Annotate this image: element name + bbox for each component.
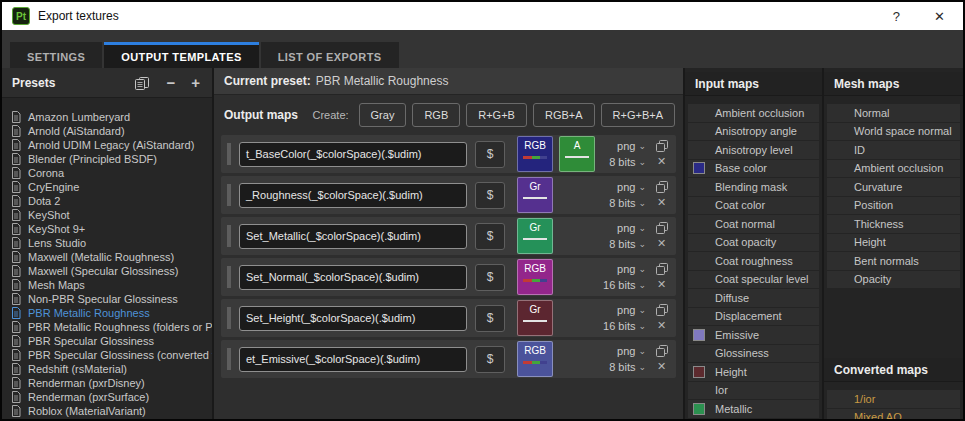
channel-chip[interactable]: Gr [517,218,553,254]
bit-depth-dropdown[interactable]: 16 bits⌄ [603,320,646,332]
tab-list-of-exports[interactable]: LIST OF EXPORTS [261,42,399,68]
bit-depth-dropdown[interactable]: 16 bits⌄ [603,279,646,291]
preset-item[interactable]: PBR Specular Glossiness [2,334,212,348]
remove-row-icon[interactable]: ✕ [655,196,668,209]
converted-map-item[interactable]: 1/ior [827,390,960,408]
input-map-item[interactable]: Height [688,363,819,381]
format-dropdown[interactable]: png⌄ [617,345,646,357]
format-dropdown[interactable]: png⌄ [617,222,646,234]
preset-item[interactable]: Lens Studio [2,236,212,250]
bit-depth-dropdown[interactable]: 8 bits⌄ [609,197,646,209]
filename-input[interactable]: t_BaseColor(_$colorSpace)(.$udim) [239,142,467,167]
duplicate-row-icon[interactable] [655,304,668,316]
input-map-item[interactable]: Diffuse [688,289,819,307]
input-map-item[interactable]: Anisotropy level [688,141,819,159]
preset-item[interactable]: KeyShot 9+ [2,222,212,236]
bit-depth-dropdown[interactable]: 8 bits⌄ [609,156,646,168]
preset-item[interactable]: Maxwell (Specular Glossiness) [2,264,212,278]
preset-item[interactable]: Corona [2,166,212,180]
create-channel-button[interactable]: R+G+B [466,103,527,127]
bit-depth-dropdown[interactable]: 8 bits⌄ [609,238,646,250]
input-map-item[interactable]: Normal [688,419,819,420]
help-icon[interactable]: ? [893,9,900,24]
tab-settings[interactable]: SETTINGS [10,42,102,68]
drag-handle-icon[interactable] [227,348,231,370]
drag-handle-icon[interactable] [227,143,231,165]
channel-chip[interactable]: Gr [517,300,553,336]
preset-item[interactable]: Amazon Lumberyard [2,110,212,124]
drag-handle-icon[interactable] [227,184,231,206]
input-map-item[interactable]: Coat normal [688,215,819,233]
mesh-map-item[interactable]: Bent normals [827,252,960,270]
add-preset-icon[interactable]: + [191,75,200,90]
preset-item[interactable]: Renderman (pxrDisney) [2,376,212,390]
variables-button[interactable]: $ [475,346,505,373]
channel-chip[interactable]: RGB [517,341,553,377]
preset-item[interactable]: CryEngine [2,180,212,194]
input-map-item[interactable]: Anisotropy angle [688,123,819,141]
input-map-item[interactable]: Base color [688,160,819,178]
input-map-item[interactable]: Coat opacity [688,234,819,252]
variables-button[interactable]: $ [475,182,505,209]
preset-item[interactable]: Roblox (MaterialVariant) [2,404,212,418]
channel-chip[interactable]: RGB [517,259,553,295]
format-dropdown[interactable]: png⌄ [617,140,646,152]
mesh-map-item[interactable]: Height [827,234,960,252]
input-map-item[interactable]: Metallic [688,400,819,418]
preset-item[interactable]: Mesh Maps [2,278,212,292]
remove-row-icon[interactable]: ✕ [655,155,668,168]
format-dropdown[interactable]: png⌄ [617,304,646,316]
preset-item[interactable]: PBR Metallic Roughness [2,306,212,320]
preset-item[interactable]: PBR Specular Glossiness (converted from.… [2,348,212,362]
input-map-item[interactable]: Coat color [688,197,819,215]
duplicate-preset-icon[interactable] [134,76,150,90]
converted-map-item[interactable]: Mixed AO [827,409,960,420]
mesh-map-item[interactable]: Position [827,197,960,215]
format-dropdown[interactable]: png⌄ [617,181,646,193]
duplicate-row-icon[interactable] [655,263,668,275]
preset-item[interactable]: Renderman (pxrSurface) [2,390,212,404]
create-channel-button[interactable]: Gray [359,103,407,127]
preset-item[interactable]: Non-PBR Specular Glossiness [2,292,212,306]
close-icon[interactable]: ✕ [934,9,945,24]
preset-item[interactable]: Arnold (AiStandard) [2,124,212,138]
variables-button[interactable]: $ [475,223,505,250]
variables-button[interactable]: $ [475,141,505,168]
filename-input[interactable]: Set_Height(_$colorSpace)(.$udim) [239,306,467,331]
preset-item[interactable]: Arnold UDIM Legacy (AiStandard) [2,138,212,152]
input-map-item[interactable]: Ambient occlusion [688,104,819,122]
mesh-map-item[interactable]: Opacity [827,271,960,289]
preset-item[interactable]: Maxwell (Metallic Roughness) [2,250,212,264]
duplicate-row-icon[interactable] [655,345,668,357]
input-map-item[interactable]: Ior [688,382,819,400]
duplicate-row-icon[interactable] [655,181,668,193]
create-channel-button[interactable]: RGB [412,103,460,127]
remove-row-icon[interactable]: ✕ [655,319,668,332]
tab-output-templates[interactable]: OUTPUT TEMPLATES [104,42,258,68]
mesh-map-item[interactable]: Ambient occlusion [827,160,960,178]
variables-button[interactable]: $ [475,264,505,291]
drag-handle-icon[interactable] [227,307,231,329]
format-dropdown[interactable]: png⌄ [617,263,646,275]
preset-item[interactable]: Dota 2 [2,194,212,208]
mesh-map-item[interactable]: Thickness [827,215,960,233]
variables-button[interactable]: $ [475,305,505,332]
input-map-item[interactable]: Blending mask [688,178,819,196]
channel-chip[interactable]: A [559,136,595,172]
filename-input[interactable]: et_Emissive(_$colorSpace)(.$udim) [239,347,467,372]
mesh-map-item[interactable]: Curvature [827,178,960,196]
create-channel-button[interactable]: RGB+A [533,103,595,127]
mesh-map-item[interactable]: World space normal [827,123,960,141]
preset-item[interactable]: PBR Metallic Roughness (folders or PSD .… [2,320,212,334]
duplicate-row-icon[interactable] [655,140,668,152]
remove-row-icon[interactable]: ✕ [655,278,668,291]
input-map-item[interactable]: Glossiness [688,345,819,363]
channel-chip[interactable]: RGB [517,136,553,172]
drag-handle-icon[interactable] [227,225,231,247]
filename-input[interactable]: Set_Metallic(_$colorSpace)(.$udim) [239,224,467,249]
create-channel-button[interactable]: R+G+B+A [601,103,675,127]
filename-input[interactable]: _Roughness(_$colorSpace)(.$udim) [239,183,467,208]
bit-depth-dropdown[interactable]: 8 bits⌄ [609,361,646,373]
filename-input[interactable]: Set_Normal(_$colorSpace)(.$udim) [239,265,467,290]
preset-item[interactable]: KeyShot [2,208,212,222]
